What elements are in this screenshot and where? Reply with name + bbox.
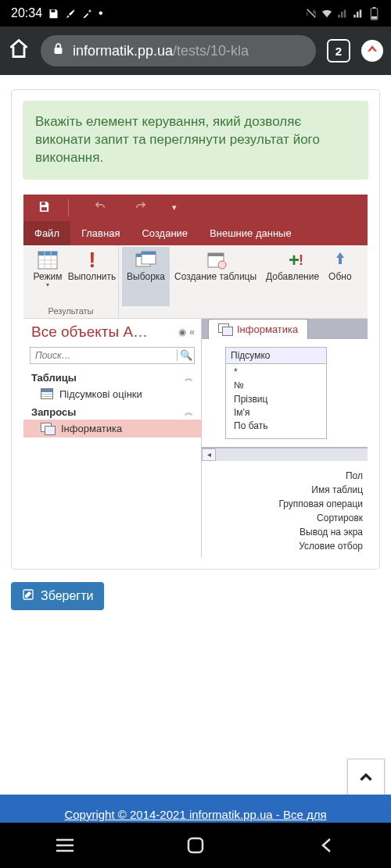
field-item[interactable]: * (234, 366, 321, 379)
tab-home[interactable]: Главная (70, 221, 131, 245)
nav-item-query[interactable]: Інформатика (23, 420, 201, 438)
extension-icon[interactable] (361, 40, 383, 62)
collapse-icon: ︽ (185, 372, 193, 384)
collapse-icon: ︽ (185, 406, 193, 418)
android-back-button[interactable] (299, 836, 353, 855)
grid-row-label: Условие отбор (202, 539, 363, 553)
search-icon[interactable]: 🔍 (177, 349, 194, 361)
url-path: /tests/10-klа (173, 43, 249, 59)
ribbon: Режим ▾ ! Выполнить Результаты (23, 245, 368, 319)
svg-rect-2 (372, 7, 375, 9)
url-host: informatik.pp.ua (73, 43, 173, 59)
nav-item-table[interactable]: Підсумкові оцінки (23, 385, 201, 403)
save-button[interactable]: Зберегти (11, 582, 104, 610)
ribbon-run-button[interactable]: ! Выполнить (69, 247, 115, 306)
save-indicator-icon (47, 7, 59, 20)
android-status-bar: 20:34 • (0, 0, 391, 27)
clock: 20:34 (11, 6, 42, 20)
scroll-left-icon[interactable]: ◂ (202, 448, 216, 461)
navigation-pane: Все объекты A… ◉ « 🔍 Таблицы︽ Підсу (23, 319, 202, 557)
document-tab[interactable]: Інформатика (208, 319, 308, 339)
dropdown-icon: ▾ (46, 282, 49, 289)
signal2-icon (352, 7, 364, 20)
grid-row-label: Сортировк (202, 511, 363, 525)
battery-icon (368, 7, 380, 20)
update-icon (329, 250, 351, 270)
ribbon-select-button[interactable]: Выборка (122, 247, 170, 306)
question-card: Вкажіть елемент керування, який дозволяє… (11, 89, 380, 570)
undo-icon[interactable] (91, 200, 109, 215)
browser-toolbar: informatik.pp.ua/tests/10-klа 2 (0, 27, 391, 75)
append-icon: +! (282, 250, 303, 270)
brush-icon (64, 7, 77, 20)
signal-icon (336, 7, 349, 20)
tab-external[interactable]: Внешние данные (199, 221, 303, 245)
home-icon[interactable] (8, 38, 30, 65)
svg-text:!: ! (299, 252, 303, 268)
magic-icon (81, 7, 94, 20)
grid-row-label: Имя таблиц (202, 483, 363, 497)
ms-access-screenshot[interactable]: ▾ Файл Главная Создание Внешние данные Р… (23, 195, 368, 557)
query-icon (218, 323, 232, 334)
edit-icon (22, 588, 34, 604)
select-query-icon (135, 250, 157, 270)
vibrate-icon (305, 7, 317, 20)
ribbon-tabs: Файл Главная Создание Внешние данные (23, 221, 368, 245)
table-icon (41, 388, 53, 399)
source-table-box[interactable]: Підсумко * № Прізвиц Ім'я По бать (225, 347, 327, 439)
redo-icon[interactable] (131, 200, 150, 215)
nav-search-input[interactable] (30, 350, 177, 361)
ribbon-mode-button[interactable]: Режим ▾ (27, 247, 69, 306)
svg-rect-17 (142, 252, 156, 255)
query-icon (41, 423, 55, 434)
ribbon-append-button[interactable]: +! Добавление (261, 247, 324, 306)
horizontal-scrollbar[interactable]: ◂ (202, 448, 368, 461)
grid-row-label: или (202, 553, 363, 557)
ribbon-group-results: Результаты (27, 306, 115, 318)
qat-save-icon[interactable] (38, 200, 51, 216)
quick-access-toolbar: ▾ (23, 195, 368, 221)
svg-rect-27 (188, 838, 203, 852)
ribbon-maketable-button[interactable]: Создание таблицы (170, 247, 261, 306)
address-bar[interactable]: informatik.pp.ua/tests/10-klа (41, 35, 316, 66)
tabs-button[interactable]: 2 (327, 39, 350, 63)
ribbon-update-button[interactable]: Обно (324, 247, 357, 306)
field-item[interactable]: Ім'я (234, 406, 321, 420)
nav-collapse-icon[interactable]: « (189, 327, 195, 338)
nav-group-tables[interactable]: Таблицы︽ (23, 369, 201, 385)
field-item[interactable]: По бать (234, 420, 321, 433)
design-grid-labels: Пол Имя таблиц Групповая операци Сортиро… (202, 461, 368, 557)
lock-icon (52, 42, 65, 59)
field-list[interactable]: * № Прізвиц Ім'я По бать (226, 364, 326, 438)
page-content: Вкажіть елемент керування, який дозволяє… (0, 75, 391, 570)
svg-text:!: ! (88, 250, 95, 270)
svg-rect-4 (55, 48, 63, 54)
field-item[interactable]: Прізвиц (234, 393, 321, 406)
datasheet-icon (37, 250, 59, 270)
tab-create[interactable]: Создание (131, 221, 199, 245)
svg-rect-0 (51, 9, 55, 12)
svg-rect-19 (208, 253, 224, 256)
grid-row-label: Пол (202, 469, 363, 483)
grid-row-label: Групповая операци (202, 497, 363, 511)
svg-rect-6 (41, 207, 47, 210)
nav-pane-title[interactable]: Все объекты A… (31, 323, 148, 341)
android-recents-button[interactable] (38, 838, 92, 853)
question-text: Вкажіть елемент керування, який дозволяє… (23, 101, 368, 180)
nav-dropdown-icon[interactable]: ◉ (178, 327, 186, 338)
dot-icon: • (99, 6, 103, 20)
svg-rect-5 (41, 202, 45, 205)
wifi-icon (321, 7, 333, 20)
qat-customize-icon[interactable]: ▾ (172, 202, 177, 213)
field-item[interactable]: № (234, 379, 321, 392)
scroll-to-top-button[interactable] (347, 759, 385, 796)
android-home-button[interactable] (168, 836, 223, 855)
nav-group-queries[interactable]: Запросы︽ (23, 403, 201, 420)
android-nav-bar (0, 823, 391, 868)
query-design-area: Інформатика Підсумко * № Прізвиц Ім'я (202, 319, 368, 557)
nav-search[interactable]: 🔍 (30, 347, 195, 364)
tab-file[interactable]: Файл (23, 221, 70, 245)
svg-point-20 (218, 261, 226, 269)
grid-row-label: Вывод на экра (202, 525, 363, 539)
page-footer: Copyright © 2014-2021 informatik.pp.ua -… (0, 795, 391, 823)
